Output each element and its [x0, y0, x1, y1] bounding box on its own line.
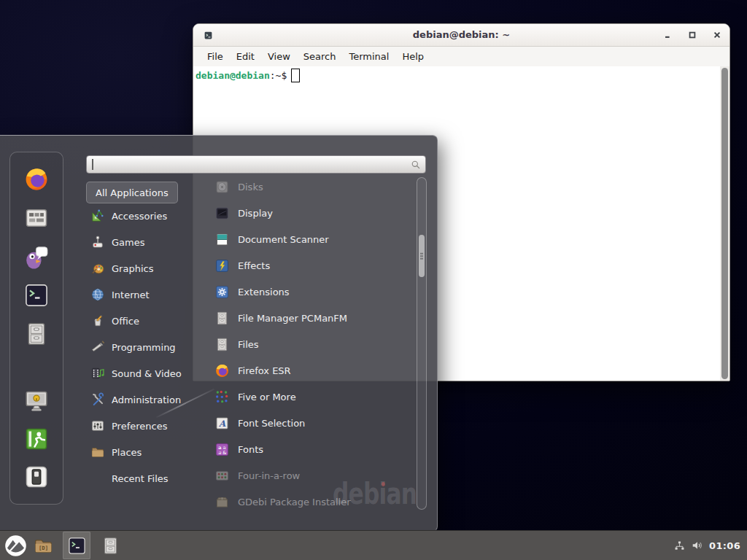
system-tray: 01:06 [673, 539, 747, 552]
category-places[interactable]: Places [86, 439, 197, 465]
app-font-selection[interactable]: AFont Selection [193, 410, 413, 436]
svg-text:A: A [218, 418, 226, 428]
menu-scrollbar[interactable] [417, 177, 427, 510]
network-icon [673, 540, 686, 552]
maximize-button[interactable] [687, 30, 697, 40]
session-list [10, 387, 63, 491]
menubar-item-terminal[interactable]: Terminal [342, 47, 395, 66]
category-programming[interactable]: Programming [86, 334, 197, 360]
tray-network[interactable] [673, 540, 686, 552]
category-graphics[interactable]: Graphics [86, 255, 197, 281]
folder-debian-icon: [D] [34, 536, 53, 556]
fonts-icon: aaa& [214, 442, 230, 457]
app-label: Four-in-a-row [238, 470, 300, 481]
menubar-item-edit[interactable]: Edit [230, 47, 261, 66]
terminal-icon [67, 536, 87, 556]
lock-screen-icon [23, 388, 50, 414]
graphics-icon [90, 261, 105, 276]
app-files[interactable]: Files [193, 331, 413, 357]
taskbar-launcher-file-manager[interactable]: [D] [29, 532, 57, 559]
favorite-terminal[interactable] [23, 281, 50, 309]
app-label: File Manager PCManFM [238, 313, 347, 324]
terminal-scrollbar-thumb[interactable] [721, 68, 728, 379]
favorite-file-manager[interactable] [23, 320, 50, 348]
taskbar: [D] 01:06 [0, 530, 747, 560]
favorite-firefox[interactable] [23, 166, 50, 193]
category-label: Recent Files [112, 473, 169, 484]
session-lock-screen[interactable] [23, 387, 50, 415]
favorites-list [10, 152, 63, 348]
sound-video-icon [90, 366, 105, 381]
taskbar-launcher-files[interactable] [96, 532, 124, 559]
filter-label: All Applications [96, 187, 169, 198]
category-administration[interactable]: Administration [86, 386, 197, 413]
session-log-out[interactable] [23, 425, 50, 453]
firefox-icon [214, 363, 230, 378]
tray-volume[interactable] [691, 539, 704, 552]
category-list: AccessoriesGamesGraphicsInternetOfficePr… [86, 203, 197, 491]
terminal-prompt: debian@debian:~$ [196, 69, 300, 82]
svg-text:&: & [222, 449, 226, 455]
category-games[interactable]: Games [86, 229, 197, 255]
category-label: Preferences [112, 421, 167, 432]
taskbar-launcher-terminal[interactable] [63, 532, 90, 559]
window-controls [662, 30, 722, 40]
icon-spacer [90, 471, 105, 486]
terminal-titlebar[interactable]: debian@debian: ~ [193, 24, 729, 47]
menubar-item-view[interactable]: View [261, 47, 297, 66]
category-recent-files[interactable]: Recent Files [86, 465, 197, 491]
app-five-or-more[interactable]: Five or More [193, 384, 413, 410]
app-document-scanner[interactable]: Document Scanner [193, 226, 413, 252]
close-button[interactable] [712, 30, 722, 40]
app-label: Effects [238, 260, 270, 271]
accessories-icon [90, 209, 105, 223]
programming-icon [90, 340, 105, 354]
menubar-item-file[interactable]: File [201, 47, 230, 66]
minimize-button[interactable] [662, 30, 673, 40]
category-label: Sound & Video [112, 368, 182, 379]
favorite-pidgin[interactable] [23, 243, 50, 271]
app-display[interactable]: Display [193, 200, 413, 226]
category-label: Games [112, 237, 144, 248]
four-in-a-row-icon [214, 468, 230, 483]
games-icon [90, 235, 105, 249]
preferences-icon [90, 419, 105, 433]
gdebi-icon [214, 494, 230, 510]
taskbar-launchers: [D] [1, 532, 124, 559]
app-gdebi-package-installer[interactable]: GDebi Package Installer [193, 489, 413, 511]
scrollbar-grip [420, 255, 423, 257]
category-sound-video[interactable]: Sound & Video [86, 360, 197, 386]
category-preferences[interactable]: Preferences [86, 413, 197, 439]
menu-scrollbar-thumb[interactable] [419, 235, 425, 277]
taskbar-launcher-menu[interactable] [1, 532, 29, 559]
favorite-software[interactable] [23, 204, 50, 232]
app-extensions[interactable]: Extensions [193, 279, 413, 305]
app-label: Display [238, 208, 273, 219]
app-disks[interactable]: Disks [193, 174, 413, 200]
prompt-user-host: debian@debian [196, 70, 270, 81]
terminal-scrollbar[interactable] [720, 66, 729, 381]
document-scanner-icon [214, 232, 230, 247]
menubar-item-search[interactable]: Search [297, 47, 343, 66]
app-four-in-a-row[interactable]: Four-in-a-row [193, 462, 413, 489]
app-file-manager-pcmanfm[interactable]: File Manager PCManFM [193, 305, 413, 331]
menubar-item-help[interactable]: Help [395, 47, 430, 66]
disks-icon [214, 179, 230, 195]
app-label: Font Selection [238, 418, 305, 429]
font-selection-icon: A [214, 416, 230, 431]
app-firefox-esr[interactable]: Firefox ESR [193, 357, 413, 384]
filter-all-applications[interactable]: All Applications [86, 182, 178, 203]
session-shut-down[interactable] [23, 463, 50, 491]
category-office[interactable]: Office [86, 308, 197, 334]
administration-icon [90, 392, 105, 407]
category-internet[interactable]: Internet [86, 281, 197, 308]
places-icon [90, 445, 105, 459]
category-accessories[interactable]: Accessories [86, 203, 197, 229]
taskbar-clock[interactable]: 01:06 [709, 540, 740, 551]
application-menu: debian All Applications AccessoriesGames… [0, 135, 438, 532]
app-fonts[interactable]: aaa&Fonts [193, 436, 413, 462]
internet-icon [90, 287, 105, 302]
display-icon [214, 206, 230, 221]
terminal-menubar: FileEditViewSearchTerminalHelp [193, 47, 729, 67]
app-effects[interactable]: Effects [193, 252, 413, 279]
